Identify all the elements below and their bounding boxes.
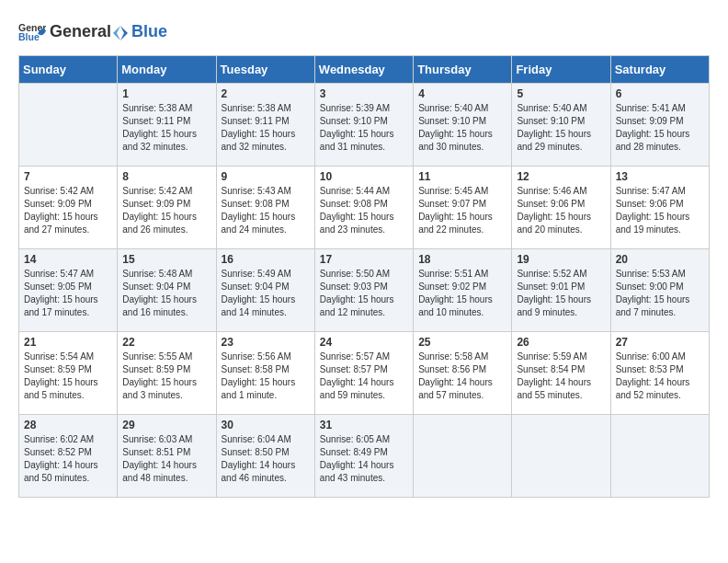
day-cell: 6Sunrise: 5:41 AM Sunset: 9:09 PM Daylig…: [610, 84, 709, 167]
day-content: Sunrise: 5:44 AM Sunset: 9:08 PM Dayligh…: [320, 185, 408, 236]
day-content: Sunrise: 5:41 AM Sunset: 9:09 PM Dayligh…: [616, 102, 704, 154]
day-cell: 21Sunrise: 5:54 AM Sunset: 8:59 PM Dayli…: [19, 332, 118, 415]
day-cell: 5Sunrise: 5:40 AM Sunset: 9:10 PM Daylig…: [512, 84, 610, 167]
day-cell: 2Sunrise: 5:38 AM Sunset: 9:11 PM Daylig…: [216, 84, 314, 167]
day-number: 4: [418, 87, 506, 100]
day-cell: [19, 84, 118, 167]
day-cell: 8Sunrise: 5:42 AM Sunset: 9:09 PM Daylig…: [118, 167, 216, 249]
day-content: Sunrise: 5:54 AM Sunset: 8:59 PM Dayligh…: [24, 350, 112, 402]
day-cell: 9Sunrise: 5:43 AM Sunset: 9:08 PM Daylig…: [216, 167, 314, 249]
header-cell-wednesday: Wednesday: [314, 56, 413, 84]
header-row: SundayMondayTuesdayWednesdayThursdayFrid…: [19, 56, 710, 84]
day-content: Sunrise: 5:47 AM Sunset: 9:05 PM Dayligh…: [24, 268, 112, 319]
day-cell: 13Sunrise: 5:47 AM Sunset: 9:06 PM Dayli…: [610, 167, 709, 249]
day-number: 27: [616, 336, 704, 349]
day-cell: 19Sunrise: 5:52 AM Sunset: 9:01 PM Dayli…: [512, 249, 610, 332]
day-content: Sunrise: 5:56 AM Sunset: 8:58 PM Dayligh…: [222, 350, 310, 402]
day-cell: 3Sunrise: 5:39 AM Sunset: 9:10 PM Daylig…: [314, 84, 413, 167]
logo: General Blue GeneralBlue: [18, 18, 167, 46]
header-cell-friday: Friday: [512, 56, 610, 84]
day-cell: 16Sunrise: 5:49 AM Sunset: 9:04 PM Dayli…: [216, 249, 314, 332]
day-cell: 30Sunrise: 6:04 AM Sunset: 8:50 PM Dayli…: [216, 415, 314, 498]
day-content: Sunrise: 5:42 AM Sunset: 9:09 PM Dayligh…: [24, 185, 112, 236]
day-number: 5: [517, 87, 605, 100]
day-number: 31: [320, 419, 408, 431]
week-row-4: 21Sunrise: 5:54 AM Sunset: 8:59 PM Dayli…: [19, 332, 710, 415]
day-cell: 1Sunrise: 5:38 AM Sunset: 9:11 PM Daylig…: [118, 84, 216, 167]
day-cell: 28Sunrise: 6:02 AM Sunset: 8:52 PM Dayli…: [19, 415, 118, 498]
day-content: Sunrise: 5:51 AM Sunset: 9:02 PM Dayligh…: [418, 268, 506, 319]
header-cell-tuesday: Tuesday: [216, 56, 314, 84]
day-number: 18: [418, 253, 506, 266]
day-cell: [414, 415, 512, 498]
day-content: Sunrise: 5:52 AM Sunset: 9:01 PM Dayligh…: [517, 268, 605, 319]
day-number: 22: [122, 336, 210, 349]
day-number: 10: [320, 170, 408, 183]
day-content: Sunrise: 5:39 AM Sunset: 9:10 PM Dayligh…: [320, 102, 408, 154]
day-number: 1: [122, 87, 210, 100]
day-cell: 18Sunrise: 5:51 AM Sunset: 9:02 PM Dayli…: [414, 249, 512, 332]
day-content: Sunrise: 6:00 AM Sunset: 8:53 PM Dayligh…: [616, 350, 704, 402]
day-number: 25: [418, 336, 506, 349]
day-cell: 23Sunrise: 5:56 AM Sunset: 8:58 PM Dayli…: [216, 332, 314, 415]
day-cell: 12Sunrise: 5:46 AM Sunset: 9:06 PM Dayli…: [512, 167, 610, 249]
day-number: 23: [222, 336, 310, 349]
day-number: 3: [320, 87, 408, 100]
day-number: 26: [517, 336, 605, 349]
week-row-5: 28Sunrise: 6:02 AM Sunset: 8:52 PM Dayli…: [19, 415, 710, 498]
week-row-3: 14Sunrise: 5:47 AM Sunset: 9:05 PM Dayli…: [19, 249, 710, 332]
logo-icon: General Blue: [18, 18, 46, 46]
day-number: 19: [517, 253, 605, 266]
day-number: 21: [24, 336, 112, 349]
day-cell: 25Sunrise: 5:58 AM Sunset: 8:56 PM Dayli…: [414, 332, 512, 415]
day-cell: 31Sunrise: 6:05 AM Sunset: 8:49 PM Dayli…: [314, 415, 413, 498]
day-cell: [512, 415, 610, 498]
day-content: Sunrise: 5:57 AM Sunset: 8:57 PM Dayligh…: [320, 350, 408, 402]
day-number: 2: [222, 87, 310, 100]
day-content: Sunrise: 5:58 AM Sunset: 8:56 PM Dayligh…: [418, 350, 506, 402]
day-number: 29: [122, 419, 210, 431]
day-content: Sunrise: 5:50 AM Sunset: 9:03 PM Dayligh…: [320, 268, 408, 319]
day-number: 6: [616, 87, 704, 100]
day-number: 16: [222, 253, 310, 266]
day-content: Sunrise: 5:38 AM Sunset: 9:11 PM Dayligh…: [222, 102, 310, 154]
day-content: Sunrise: 5:42 AM Sunset: 9:09 PM Dayligh…: [122, 185, 210, 236]
day-number: 14: [24, 253, 112, 266]
day-number: 24: [320, 336, 408, 349]
day-cell: 15Sunrise: 5:48 AM Sunset: 9:04 PM Dayli…: [118, 249, 216, 332]
day-content: Sunrise: 5:46 AM Sunset: 9:06 PM Dayligh…: [517, 185, 605, 236]
calendar-table: SundayMondayTuesdayWednesdayThursdayFrid…: [18, 55, 710, 498]
header: General Blue GeneralBlue: [18, 18, 710, 46]
day-content: Sunrise: 6:04 AM Sunset: 8:50 PM Dayligh…: [222, 433, 310, 485]
day-cell: 4Sunrise: 5:40 AM Sunset: 9:10 PM Daylig…: [414, 84, 512, 167]
day-cell: 22Sunrise: 5:55 AM Sunset: 8:59 PM Dayli…: [118, 332, 216, 415]
day-cell: 10Sunrise: 5:44 AM Sunset: 9:08 PM Dayli…: [314, 167, 413, 249]
day-content: Sunrise: 5:48 AM Sunset: 9:04 PM Dayligh…: [122, 268, 210, 319]
day-content: Sunrise: 5:40 AM Sunset: 9:10 PM Dayligh…: [517, 102, 605, 154]
header-cell-monday: Monday: [118, 56, 216, 84]
day-cell: 11Sunrise: 5:45 AM Sunset: 9:07 PM Dayli…: [414, 167, 512, 249]
day-cell: 29Sunrise: 6:03 AM Sunset: 8:51 PM Dayli…: [118, 415, 216, 498]
day-cell: 26Sunrise: 5:59 AM Sunset: 8:54 PM Dayli…: [512, 332, 610, 415]
day-number: 7: [24, 170, 112, 183]
week-row-1: 1Sunrise: 5:38 AM Sunset: 9:11 PM Daylig…: [19, 84, 710, 167]
day-cell: 17Sunrise: 5:50 AM Sunset: 9:03 PM Dayli…: [314, 249, 413, 332]
day-number: 30: [222, 419, 310, 431]
logo-text: GeneralBlue: [50, 22, 167, 40]
day-content: Sunrise: 5:47 AM Sunset: 9:06 PM Dayligh…: [616, 185, 704, 236]
day-number: 11: [418, 170, 506, 183]
day-cell: [610, 415, 709, 498]
week-row-2: 7Sunrise: 5:42 AM Sunset: 9:09 PM Daylig…: [19, 167, 710, 249]
day-cell: 24Sunrise: 5:57 AM Sunset: 8:57 PM Dayli…: [314, 332, 413, 415]
day-cell: 14Sunrise: 5:47 AM Sunset: 9:05 PM Dayli…: [19, 249, 118, 332]
day-cell: 27Sunrise: 6:00 AM Sunset: 8:53 PM Dayli…: [610, 332, 709, 415]
day-number: 15: [122, 253, 210, 266]
day-content: Sunrise: 5:59 AM Sunset: 8:54 PM Dayligh…: [517, 350, 605, 402]
day-number: 28: [24, 419, 112, 431]
day-content: Sunrise: 5:40 AM Sunset: 9:10 PM Dayligh…: [418, 102, 506, 154]
day-number: 8: [122, 170, 210, 183]
svg-text:Blue: Blue: [18, 31, 40, 42]
day-number: 20: [616, 253, 704, 266]
day-content: Sunrise: 6:02 AM Sunset: 8:52 PM Dayligh…: [24, 433, 112, 485]
day-number: 17: [320, 253, 408, 266]
